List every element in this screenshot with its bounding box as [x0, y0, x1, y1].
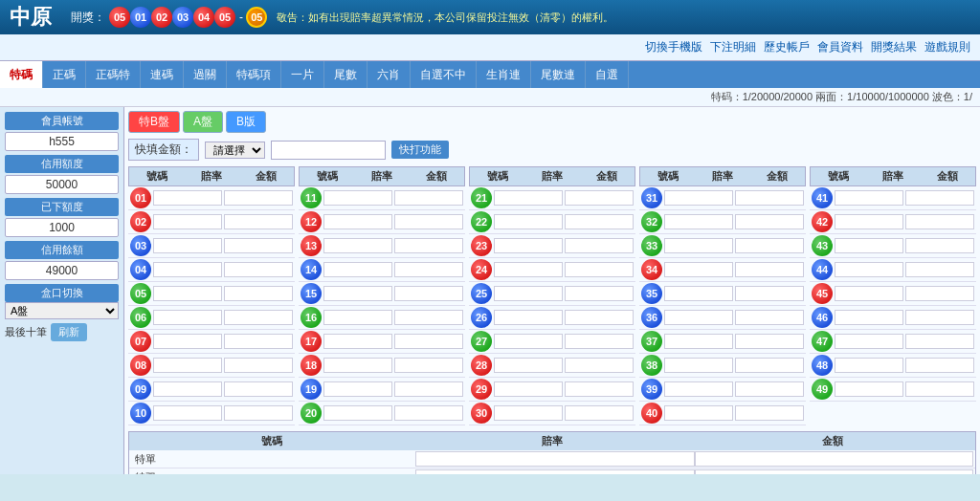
odds-input-24[interactable]	[494, 262, 563, 277]
nav-item[interactable]: 會員資料	[817, 39, 863, 55]
main-tab-尾數[interactable]: 尾數	[324, 61, 368, 88]
number-ball-37[interactable]: 37	[641, 331, 662, 352]
odds-input-42[interactable]	[835, 214, 903, 229]
number-ball-07[interactable]: 07	[130, 331, 151, 352]
amount-input-15[interactable]	[394, 286, 463, 301]
odds-input-15[interactable]	[323, 286, 392, 301]
odds-input-48[interactable]	[835, 358, 903, 373]
number-ball-19[interactable]: 19	[301, 379, 322, 400]
odds-input-02[interactable]	[153, 214, 222, 229]
odds-input-03[interactable]	[153, 238, 222, 253]
number-ball-20[interactable]: 20	[301, 403, 322, 424]
amount-input-45[interactable]	[905, 286, 974, 301]
amount-input-22[interactable]	[565, 214, 634, 229]
odds-input-16[interactable]	[323, 310, 392, 325]
odds-input-44[interactable]	[835, 262, 903, 277]
number-ball-05[interactable]: 05	[130, 283, 151, 304]
amount-input-02[interactable]	[224, 214, 293, 229]
amount-input-43[interactable]	[905, 238, 974, 253]
odds-input-43[interactable]	[835, 238, 903, 253]
number-ball-06[interactable]: 06	[130, 307, 151, 328]
number-ball-49[interactable]: 49	[812, 379, 833, 400]
odds-input-32[interactable]	[664, 214, 733, 229]
main-tab-自選[interactable]: 自選	[586, 61, 629, 88]
number-ball-22[interactable]: 22	[471, 211, 492, 232]
amount-input-09[interactable]	[224, 381, 293, 397]
number-ball-28[interactable]: 28	[471, 355, 492, 376]
odds-input-38[interactable]	[664, 358, 733, 373]
odds-input-41[interactable]	[835, 190, 903, 206]
main-tab-正碼[interactable]: 正碼	[43, 61, 86, 88]
odds-input-09[interactable]	[153, 381, 222, 397]
amount-input-11[interactable]	[394, 190, 463, 206]
bottom-amount-input[interactable]	[695, 451, 973, 467]
number-ball-33[interactable]: 33	[641, 235, 662, 256]
odds-input-23[interactable]	[494, 238, 563, 253]
amount-input-44[interactable]	[905, 262, 974, 277]
number-ball-39[interactable]: 39	[641, 379, 662, 400]
amount-input-25[interactable]	[565, 286, 634, 301]
amount-input-30[interactable]	[565, 405, 634, 421]
odds-input-14[interactable]	[323, 262, 392, 277]
main-tab-自選不中[interactable]: 自選不中	[411, 61, 477, 88]
number-ball-03[interactable]: 03	[130, 235, 151, 256]
main-tab-尾數連[interactable]: 尾數連	[531, 61, 586, 88]
number-ball-25[interactable]: 25	[471, 283, 492, 304]
number-ball-17[interactable]: 17	[301, 331, 322, 352]
amount-input-47[interactable]	[905, 334, 974, 349]
number-ball-35[interactable]: 35	[641, 283, 662, 304]
amount-input-49[interactable]	[905, 381, 974, 397]
sub-tab-special[interactable]: 特B盤	[128, 111, 180, 133]
odds-input-04[interactable]	[153, 262, 222, 277]
amount-input-19[interactable]	[394, 381, 463, 397]
odds-input-47[interactable]	[835, 334, 903, 349]
odds-input-25[interactable]	[494, 286, 563, 301]
number-ball-26[interactable]: 26	[471, 307, 492, 328]
amount-input-01[interactable]	[224, 190, 293, 206]
number-ball-09[interactable]: 09	[130, 379, 151, 400]
odds-input-31[interactable]	[664, 190, 733, 206]
amount-input-42[interactable]	[905, 214, 974, 229]
amount-input-07[interactable]	[224, 334, 293, 349]
amount-input-46[interactable]	[905, 310, 974, 325]
amount-input-27[interactable]	[565, 334, 634, 349]
main-tab-正碼特[interactable]: 正碼特	[86, 61, 141, 88]
nav-item[interactable]: 切換手機版	[645, 39, 702, 55]
number-ball-21[interactable]: 21	[471, 187, 492, 208]
nav-item[interactable]: 歷史帳戶	[764, 39, 810, 55]
odds-input-19[interactable]	[323, 381, 392, 397]
number-ball-13[interactable]: 13	[301, 235, 322, 256]
amount-input-33[interactable]	[735, 238, 804, 253]
amount-input-16[interactable]	[394, 310, 463, 325]
number-ball-29[interactable]: 29	[471, 379, 492, 400]
number-ball-23[interactable]: 23	[471, 235, 492, 256]
number-ball-10[interactable]: 10	[130, 403, 151, 424]
nav-item[interactable]: 遊戲規則	[924, 39, 970, 55]
amount-input-20[interactable]	[394, 405, 463, 421]
number-ball-24[interactable]: 24	[471, 259, 492, 280]
odds-input-10[interactable]	[153, 405, 222, 421]
odds-input-35[interactable]	[664, 286, 733, 301]
odds-input-37[interactable]	[664, 334, 733, 349]
bottom-odds-input[interactable]	[415, 451, 694, 467]
main-tab-特碼[interactable]: 特碼	[0, 61, 43, 88]
bottom-odds-input[interactable]	[415, 469, 694, 474]
number-ball-14[interactable]: 14	[301, 259, 322, 280]
amount-input-28[interactable]	[565, 358, 634, 373]
number-ball-43[interactable]: 43	[812, 235, 833, 256]
number-ball-12[interactable]: 12	[301, 211, 322, 232]
amount-input-03[interactable]	[224, 238, 293, 253]
main-tab-連碼[interactable]: 連碼	[141, 61, 184, 88]
amount-input-10[interactable]	[224, 405, 293, 421]
refresh-button[interactable]: 刷新	[51, 323, 87, 341]
number-ball-02[interactable]: 02	[130, 211, 151, 232]
amount-input-14[interactable]	[394, 262, 463, 277]
odds-input-17[interactable]	[323, 334, 392, 349]
odds-input-18[interactable]	[323, 358, 392, 373]
odds-input-01[interactable]	[153, 190, 222, 206]
sub-tab-a[interactable]: A盤	[183, 111, 223, 133]
number-ball-36[interactable]: 36	[641, 307, 662, 328]
amount-input-36[interactable]	[735, 310, 804, 325]
number-ball-46[interactable]: 46	[812, 307, 833, 328]
odds-input-49[interactable]	[835, 381, 903, 397]
